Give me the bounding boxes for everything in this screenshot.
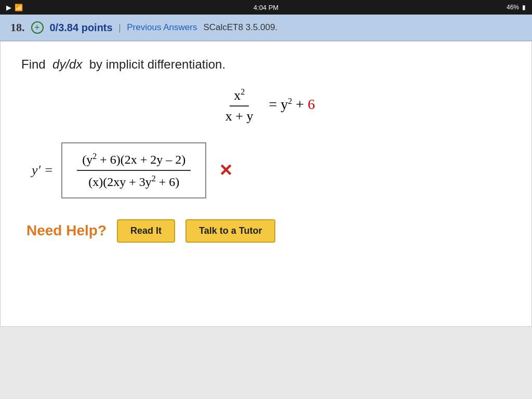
- y-prime-label: y′ =: [32, 163, 53, 178]
- read-it-button[interactable]: Read It: [117, 219, 175, 243]
- problem-box: Find dy/dx by implicit differentiation. …: [0, 41, 532, 327]
- problem-id: SCalcET8 3.5.009.: [203, 22, 277, 33]
- previous-answers-link[interactable]: Previous Answers: [127, 22, 197, 33]
- battery-icon: ▮: [522, 4, 526, 11]
- red-constant: 6: [308, 96, 315, 112]
- answer-area: y′ = (y2 + 6)(2x + 2y – 2) (x)(2xy + 3y2…: [21, 142, 511, 198]
- wifi-icon: 📶: [15, 4, 23, 11]
- equation-equals: = y2 + 6: [265, 96, 315, 112]
- need-help-text: Need Help?: [26, 222, 107, 239]
- status-bar: ▶ 📶 4:04 PM 46% ▮: [0, 0, 532, 15]
- battery-percent: 46%: [507, 4, 519, 11]
- talk-to-tutor-button[interactable]: Talk to a Tutor: [185, 219, 275, 243]
- points-text: 0/3.84 points: [50, 22, 113, 34]
- wrong-icon: ✕: [219, 161, 233, 180]
- main-container: 18. + 0/3.84 points | Previous Answers S…: [0, 15, 532, 399]
- status-left: ▶ 📶: [6, 4, 23, 11]
- equation-denominator: x + y: [221, 107, 258, 124]
- header-bar: 18. + 0/3.84 points | Previous Answers S…: [0, 15, 532, 41]
- status-time: 4:04 PM: [254, 4, 278, 11]
- divider: |: [119, 22, 121, 33]
- answer-fraction: (y2 + 6)(2x + 2y – 2) (x)(2xy + 3y2 + 6): [77, 152, 191, 189]
- need-help-area: Need Help? Read It Talk to a Tutor: [21, 219, 511, 243]
- answer-box: (y2 + 6)(2x + 2y – 2) (x)(2xy + 3y2 + 6): [61, 142, 206, 198]
- equation-area: x2 x + y = y2 + 6: [21, 87, 511, 124]
- problem-instruction: Find dy/dx by implicit differentiation.: [21, 57, 511, 72]
- answer-denominator: (x)(2xy + 3y2 + 6): [83, 171, 184, 189]
- main-equation: x2 x + y = y2 + 6: [217, 87, 315, 124]
- equation-numerator: x2: [230, 87, 249, 107]
- plus-icon: +: [31, 21, 44, 34]
- answer-numerator: (y2 + 6)(2x + 2y – 2): [77, 152, 191, 171]
- main-fraction: x2 x + y: [221, 87, 258, 124]
- arrow-icon: ▶: [6, 4, 11, 11]
- question-number: 18.: [10, 21, 25, 34]
- status-right: 46% ▮: [507, 4, 526, 11]
